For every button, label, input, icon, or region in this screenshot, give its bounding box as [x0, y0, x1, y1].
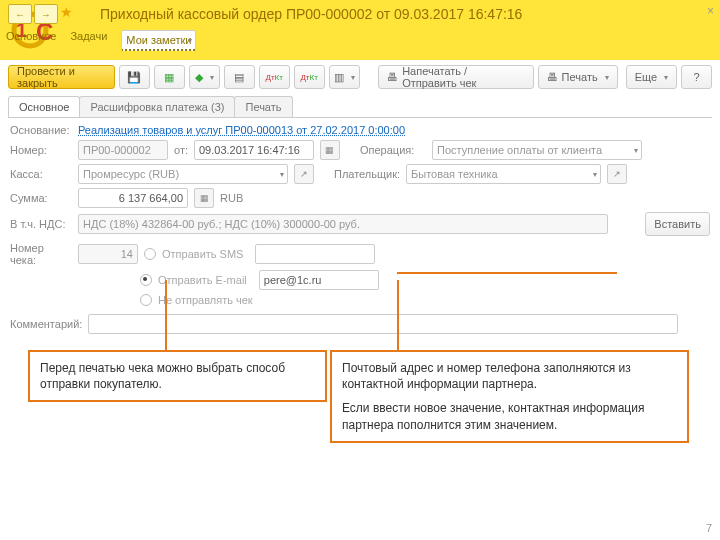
tab-print[interactable]: Печать	[234, 96, 292, 117]
open-icon[interactable]: ↗	[294, 164, 314, 184]
send-email-label: Отправить E-mail	[158, 274, 247, 286]
check-icon: ▦	[164, 71, 174, 84]
currency-label: RUB	[220, 192, 243, 204]
vat-label: В т.ч. НДС:	[10, 218, 72, 230]
sum-label: Сумма:	[10, 192, 72, 204]
check-label: Номер чека:	[10, 242, 72, 266]
open-icon[interactable]: ↗	[607, 164, 627, 184]
from-label: от:	[174, 144, 188, 156]
kassa-label: Касса:	[10, 168, 72, 180]
number-field[interactable]: ПР00-000002	[78, 140, 168, 160]
send-sms-label: Отправить SMS	[162, 248, 243, 260]
callout-connector	[397, 272, 617, 274]
comment-label: Комментарий:	[10, 318, 82, 330]
tab-main[interactable]: Основное	[8, 96, 80, 117]
basis-label: Основание:	[10, 124, 72, 136]
date-field[interactable]: 09.03.2017 16:47:16	[194, 140, 314, 160]
operation-select[interactable]: Поступление оплаты от клиента	[432, 140, 642, 160]
payer-select[interactable]: Бытовая техника	[406, 164, 601, 184]
operation-label: Операция:	[360, 144, 426, 156]
printer-icon: 🖶	[387, 71, 398, 83]
close-icon[interactable]: ×	[707, 4, 714, 18]
email-field[interactable]: pere@1c.ru	[259, 270, 379, 290]
create-based-button[interactable]: ◆	[189, 65, 220, 89]
basis-link[interactable]: Реализация товаров и услуг ПР00-000013 о…	[78, 124, 405, 136]
check-no-field[interactable]: 14	[78, 244, 138, 264]
help-button[interactable]: ?	[681, 65, 712, 89]
number-label: Номер:	[10, 144, 72, 156]
doc-plus-icon: ◆	[195, 71, 203, 84]
sms-field[interactable]	[255, 244, 375, 264]
callout-connector	[165, 280, 167, 350]
post-button[interactable]: ▦	[154, 65, 185, 89]
nav-back-button[interactable]: ←	[8, 4, 32, 24]
print-check-button[interactable]: 🖶Напечатать / Отправить чек	[378, 65, 533, 89]
save-button[interactable]: 💾	[119, 65, 150, 89]
sum-field[interactable]: 6 137 664,00	[78, 188, 188, 208]
no-send-radio[interactable]	[140, 294, 152, 306]
subnav-main[interactable]: Основное	[6, 30, 56, 51]
clip-icon: ▤	[234, 71, 244, 84]
callout-right: Почтовый адрес и номер телефона заполняю…	[330, 350, 689, 443]
vat-field: НДС (18%) 432864-00 руб.; НДС (10%) 3000…	[78, 214, 608, 234]
callout-left: Перед печатью чека можно выбрать способ …	[28, 350, 327, 402]
send-email-radio[interactable]	[140, 274, 152, 286]
no-send-label: Не отправлять чек	[158, 294, 253, 306]
nav-forward-button[interactable]: →	[34, 4, 58, 24]
floppy-icon: 💾	[127, 71, 141, 84]
calc-icon[interactable]: ▦	[194, 188, 214, 208]
subnav-tasks[interactable]: Задачи	[70, 30, 107, 51]
print-button[interactable]: 🖶Печать	[538, 65, 618, 89]
insert-button[interactable]: Вставить	[645, 212, 710, 236]
kassa-select[interactable]: Промресурс (RUB)	[78, 164, 288, 184]
dtkt-button[interactable]: ДтКт	[259, 65, 290, 89]
payer-label: Плательщик:	[334, 168, 400, 180]
favorite-star-icon[interactable]: ★	[60, 4, 73, 24]
comment-field[interactable]	[88, 314, 678, 334]
calendar-icon[interactable]: ▦	[320, 140, 340, 160]
printer-icon: 🖶	[547, 71, 558, 83]
window-title: Приходный кассовый ордер ПР00-000002 от …	[100, 6, 522, 22]
dtkt2-button[interactable]: ДтКт	[294, 65, 325, 89]
subnav-notes[interactable]: Мои заметки	[121, 30, 196, 51]
callout-connector	[397, 280, 399, 350]
report-icon: ▥	[334, 71, 344, 84]
page-number: 7	[706, 522, 712, 534]
send-sms-radio[interactable]	[144, 248, 156, 260]
reports-button[interactable]: ▥	[329, 65, 360, 89]
attach-button[interactable]: ▤	[224, 65, 255, 89]
post-and-close-button[interactable]: Провести и закрыть	[8, 65, 115, 89]
more-button[interactable]: Еще	[626, 65, 677, 89]
tab-detail[interactable]: Расшифровка платежа (3)	[79, 96, 235, 117]
